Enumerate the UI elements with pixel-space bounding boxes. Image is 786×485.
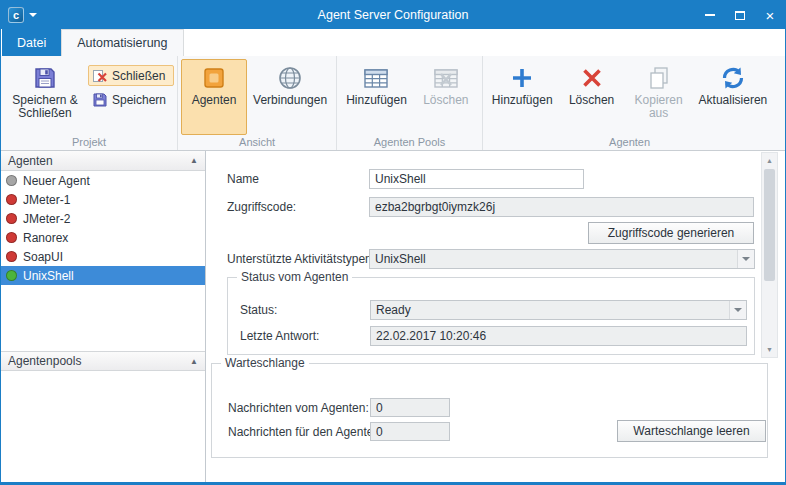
- status-groupbox: Status vom Agenten Status: Ready Letzte …: [227, 277, 755, 355]
- messages-from-agent-input[interactable]: [370, 398, 450, 417]
- save-label: Speichern: [112, 93, 166, 107]
- last-response-input[interactable]: [370, 326, 747, 346]
- pool-list-header[interactable]: Agentenpools ▲: [1, 351, 205, 371]
- close-icon: ×: [766, 7, 775, 24]
- save-and-close-label: Speichern & Schließen: [10, 94, 80, 120]
- activity-types-label: Unterstützte Aktivitätstypen:: [227, 252, 375, 266]
- table-add-icon: [363, 65, 389, 91]
- activity-types-select[interactable]: UnixShell: [369, 249, 755, 269]
- messages-for-agent-label: Nachrichten für den Agenten:: [228, 425, 383, 439]
- agent-detail-panel: Name Zugriffscode: Zugriffscode generier…: [206, 151, 785, 482]
- copy-from-button: Kopieren aus: [625, 59, 693, 135]
- minimize-icon: [705, 14, 715, 16]
- copy-from-label: Kopieren aus: [631, 94, 687, 120]
- ribbon-tab-row: Datei Automatisierung: [1, 29, 785, 56]
- agent-name: Neuer Agent: [23, 174, 90, 188]
- agent-list-item[interactable]: JMeter-1: [1, 190, 205, 209]
- view-connections-label: Verbindungen: [253, 94, 327, 107]
- maximize-icon: [735, 11, 745, 20]
- name-input[interactable]: [369, 169, 584, 189]
- minimize-button[interactable]: [695, 1, 725, 29]
- agent-name: JMeter-2: [23, 212, 70, 226]
- globe-icon: [277, 65, 303, 91]
- group-label-ansicht: Ansicht: [181, 135, 333, 150]
- save-button[interactable]: Speichern: [88, 89, 174, 110]
- status-select[interactable]: Ready: [370, 300, 747, 320]
- ribbon: Speichern & Schließen Schließen Speicher…: [1, 56, 785, 151]
- name-label: Name: [227, 172, 259, 186]
- pool-delete-button: Löschen: [413, 59, 479, 135]
- generate-access-code-label: Zugriffscode generieren: [608, 226, 735, 240]
- tab-datei[interactable]: Datei: [2, 29, 61, 56]
- refresh-button[interactable]: Aktualisieren: [693, 59, 774, 135]
- pool-list-header-label: Agentenpools: [8, 354, 81, 368]
- table-delete-icon: [433, 65, 459, 91]
- status-label: Status:: [240, 303, 277, 317]
- sort-ascending-icon: ▲: [190, 357, 198, 366]
- sort-ascending-icon: ▲: [190, 156, 198, 165]
- close-project-icon: [92, 68, 108, 84]
- window-title: Agent Server Configuration: [1, 8, 785, 22]
- agent-name: Ranorex: [23, 231, 68, 245]
- agent-name: UnixShell: [23, 269, 74, 283]
- agent-list-item[interactable]: Neuer Agent: [1, 171, 205, 190]
- scroll-up-icon[interactable]: ▲: [762, 153, 777, 168]
- agent-delete-button[interactable]: Löschen: [559, 59, 625, 135]
- pool-add-label: Hinzufügen: [346, 94, 407, 107]
- copy-icon: [646, 65, 672, 91]
- view-connections-button[interactable]: Verbindungen: [247, 59, 333, 135]
- maximize-button[interactable]: [725, 1, 755, 29]
- content-area: Agenten ▲ Neuer Agent JMeter-1 JMeter-2 …: [1, 151, 785, 482]
- agents-icon: [201, 65, 227, 91]
- clear-queue-button[interactable]: Warteschlange leeren: [617, 420, 766, 442]
- group-label-agenten-pools: Agenten Pools: [340, 135, 479, 150]
- close-project-button[interactable]: Schließen: [88, 65, 174, 86]
- plus-icon: [509, 65, 535, 91]
- status-value: Ready: [371, 303, 729, 317]
- agent-list-header[interactable]: Agenten ▲: [1, 151, 205, 171]
- ribbon-group-agenten: Hinzufügen Löschen Kopieren aus: [482, 56, 776, 150]
- app-icon-letter: c: [13, 9, 19, 21]
- pool-add-button[interactable]: Hinzufügen: [340, 59, 413, 135]
- agent-list-item[interactable]: Ranorex: [1, 228, 205, 247]
- last-response-label: Letzte Antwort:: [240, 329, 319, 343]
- agent-list-item[interactable]: SoapUI: [1, 247, 205, 266]
- close-button[interactable]: ×: [755, 1, 785, 29]
- agent-list-header-label: Agenten: [8, 154, 53, 168]
- agent-server-configuration-window: c Agent Server Configuration × Datei Aut…: [0, 0, 786, 485]
- ribbon-group-agenten-pools: Hinzufügen Löschen Agenten Pools: [336, 56, 482, 150]
- access-code-input[interactable]: [369, 197, 754, 217]
- access-code-label: Zugriffscode:: [227, 200, 296, 214]
- save-icon: [92, 92, 108, 108]
- group-label-agenten: Agenten: [486, 135, 773, 150]
- scrollbar-thumb[interactable]: [764, 169, 775, 281]
- ribbon-group-ansicht: Agenten Verbindungen Ansicht: [177, 56, 336, 150]
- messages-for-agent-input[interactable]: [370, 422, 450, 441]
- status-dot: [6, 213, 17, 224]
- pool-delete-label: Löschen: [423, 94, 468, 107]
- group-label-projekt: Projekt: [4, 135, 174, 150]
- tab-automatisierung[interactable]: Automatisierung: [61, 29, 183, 56]
- ribbon-group-projekt: Speichern & Schließen Schließen Speicher…: [1, 56, 177, 150]
- status-dot: [6, 251, 17, 262]
- vertical-scrollbar[interactable]: ▲ ▼: [761, 152, 778, 358]
- clear-queue-label: Warteschlange leeren: [633, 424, 749, 438]
- status-dot: [6, 175, 17, 186]
- agent-list-panel: Agenten ▲ Neuer Agent JMeter-1 JMeter-2 …: [1, 151, 206, 482]
- queue-groupbox-legend: Warteschlange: [221, 356, 309, 370]
- generate-access-code-button[interactable]: Zugriffscode generieren: [588, 222, 754, 244]
- agent-add-button[interactable]: Hinzufügen: [486, 59, 559, 135]
- agent-delete-label: Löschen: [569, 94, 614, 107]
- status-dot: [6, 232, 17, 243]
- agent-list-item[interactable]: JMeter-2: [1, 209, 205, 228]
- projekt-small-buttons: Schließen Speichern: [88, 59, 174, 110]
- save-and-close-button[interactable]: Speichern & Schließen: [4, 59, 86, 135]
- quick-access-dropdown-icon[interactable]: [24, 1, 42, 29]
- chevron-down-icon[interactable]: [729, 301, 746, 319]
- view-agents-button[interactable]: Agenten: [181, 59, 247, 135]
- activity-types-value: UnixShell: [370, 252, 737, 266]
- app-icon[interactable]: c: [8, 7, 24, 23]
- agent-list-item-selected[interactable]: UnixShell: [1, 266, 205, 285]
- chevron-down-icon[interactable]: [737, 250, 754, 268]
- scroll-down-icon[interactable]: ▼: [762, 342, 777, 357]
